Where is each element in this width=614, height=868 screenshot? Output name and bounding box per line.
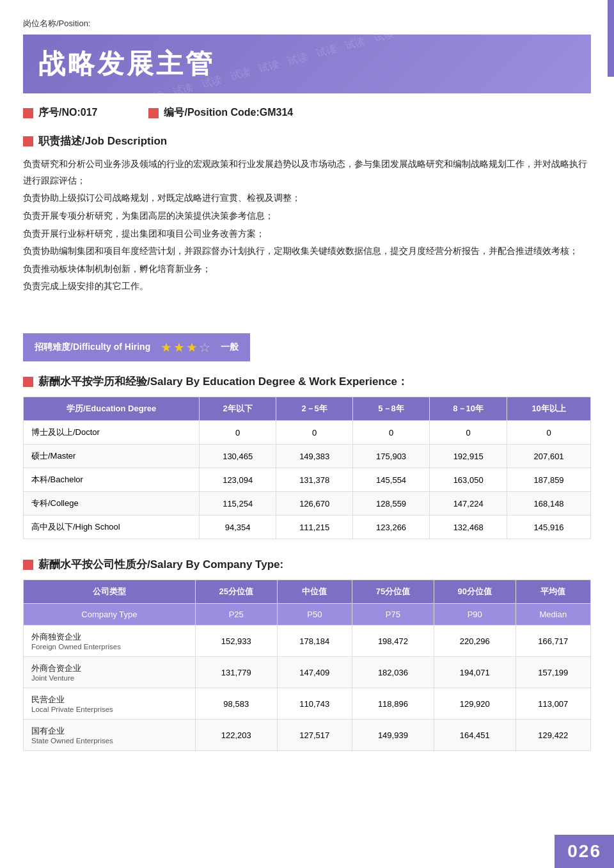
table-cell: 110,743 [277, 688, 352, 720]
salary-company-body: 外商独资企业Foreign Owned Enterprises152,93317… [24, 626, 591, 751]
table-row: 国有企业State Owned Enterprises122,203127,51… [24, 720, 591, 751]
no-item: 序号/NO:017 [23, 106, 97, 120]
salary-edu-table: 学历/Education Degree2年以下2－5年5－8年8－10年10年以… [23, 397, 591, 539]
table-cell: 157,199 [516, 657, 590, 688]
table-row: 高中及以下/High School94,354111,215123,266132… [24, 516, 591, 539]
table-cell: 147,409 [277, 657, 352, 688]
company-type-cell: 民营企业Local Private Enterprises [24, 688, 196, 720]
table-header: 5－8年 [353, 397, 430, 421]
table-cell: 130,465 [200, 445, 276, 468]
table-cell: 111,215 [276, 516, 353, 539]
code-item: 编号/Position Code:GM314 [148, 106, 293, 120]
job-desc-line: 负责开展专项分析研究，为集团高层的决策提供决策参考信息； [23, 208, 591, 225]
table-cell: 132,468 [430, 516, 507, 539]
table-cell: 163,050 [430, 468, 507, 492]
table-cell: 127,517 [277, 720, 352, 751]
table-cell: 118,896 [352, 688, 434, 720]
table-cell: 本科/Bachelor [24, 468, 200, 492]
company-name-sub: Joint Venture [31, 674, 187, 682]
job-desc-header: 职责描述/Job Description [23, 134, 591, 148]
table-cell: 129,920 [434, 688, 516, 720]
company-name-sub: Foreign Owned Enterprises [31, 643, 187, 651]
table-subheader: P90 [434, 604, 516, 626]
company-type-cell: 国有企业State Owned Enterprises [24, 720, 196, 751]
table-cell: 123,266 [353, 516, 430, 539]
job-description: 负责研究和分析公司业务涉及领域的行业的宏观政策和行业发展趋势以及市场动态，参与集… [23, 156, 591, 295]
table-row: 硕士/Master130,465149,383175,903192,915207… [24, 445, 591, 468]
job-desc-line: 负责推动板块体制机制创新，孵化培育新业务； [23, 261, 591, 278]
company-type-cell: 外商独资企业Foreign Owned Enterprises [24, 626, 196, 657]
table-header: 公司类型 [24, 580, 196, 604]
star-filled-icon: ★ [186, 340, 198, 355]
table-cell: 硕士/Master [24, 445, 200, 468]
table-cell: 115,254 [200, 492, 276, 516]
salary-edu-body: 博士及以上/Doctor00000硕士/Master130,465149,383… [24, 421, 591, 539]
table-row: 本科/Bachelor123,094131,378145,554163,0501… [24, 468, 591, 492]
table-cell: 113,007 [516, 688, 590, 720]
table-header: 10年以上 [507, 397, 591, 421]
job-desc-line: 负责完成上级安排的其它工作。 [23, 278, 591, 295]
table-row: 博士及以上/Doctor00000 [24, 421, 591, 445]
salary-company-icon [23, 560, 33, 570]
salary-edu-icon [23, 377, 33, 387]
job-desc-title: 职责描述/Job Description [38, 134, 167, 148]
company-name-main: 外商独资企业 [31, 631, 187, 643]
salary-edu-title: 薪酬水平按学历和经验/Salary By Education Degree & … [38, 374, 408, 389]
table-cell: 192,915 [430, 445, 507, 468]
table-cell: 高中及以下/High School [24, 516, 200, 539]
table-cell: 182,036 [352, 657, 434, 688]
table-cell: 194,071 [434, 657, 516, 688]
table-cell: 164,451 [434, 720, 516, 751]
table-cell: 博士及以上/Doctor [24, 421, 200, 445]
table-subheader: Company Type [24, 604, 196, 626]
salary-company-header: 薪酬水平按公司性质分/Salary By Company Type: [23, 557, 591, 572]
company-name-main: 民营企业 [31, 694, 187, 706]
table-cell: 152,933 [195, 626, 277, 657]
difficulty-section: 招聘难度/Difficulty of Hiring ★★★☆ 一般 [23, 333, 591, 361]
salary-edu-header-row: 学历/Education Degree2年以下2－5年5－8年8－10年10年以… [24, 397, 591, 421]
table-cell: 220,296 [434, 626, 516, 657]
table-cell: 0 [430, 421, 507, 445]
code-icon [148, 108, 159, 118]
table-cell: 178,184 [277, 626, 352, 657]
table-subheader: P75 [352, 604, 434, 626]
table-header: 平均值 [516, 580, 590, 604]
table-cell: 166,717 [516, 626, 590, 657]
table-cell: 0 [276, 421, 353, 445]
table-cell: 131,378 [276, 468, 353, 492]
table-cell: 专科/College [24, 492, 200, 516]
table-cell: 187,859 [507, 468, 591, 492]
code-label: 编号/Position Code:GM314 [164, 106, 293, 120]
table-cell: 98,583 [195, 688, 277, 720]
salary-company-table: 公司类型25分位值中位值75分位值90分位值平均值 Company TypeP2… [23, 580, 591, 751]
table-cell: 145,916 [507, 516, 591, 539]
job-desc-line: 负责协助编制集团和项目年度经营计划，并跟踪督办计划执行，定期收集关键绩效数据信息… [23, 243, 591, 260]
no-label: 序号/NO:017 [38, 106, 97, 120]
table-cell: 128,559 [353, 492, 430, 516]
difficulty-level: 一般 [221, 342, 239, 353]
job-desc-line: 负责开展行业标杆研究，提出集团和项目公司业务改善方案； [23, 226, 591, 242]
table-row: 外商合资企业Joint Venture131,779147,409182,036… [24, 657, 591, 688]
table-header: 25分位值 [195, 580, 277, 604]
salary-company-subheader-row: Company TypeP25P50P75P90Median [24, 604, 591, 626]
difficulty-bar: 招聘难度/Difficulty of Hiring ★★★☆ 一般 [23, 333, 250, 361]
table-header: 75分位值 [352, 580, 434, 604]
table-subheader: Median [516, 604, 590, 626]
table-cell: 147,224 [430, 492, 507, 516]
table-cell: 122,203 [195, 720, 277, 751]
job-desc-icon [23, 136, 33, 146]
table-row: 外商独资企业Foreign Owned Enterprises152,93317… [24, 626, 591, 657]
table-cell: 131,779 [195, 657, 277, 688]
stars-container: ★★★☆ [161, 340, 210, 355]
table-cell: 149,383 [276, 445, 353, 468]
company-name-main: 国有企业 [31, 725, 187, 737]
job-desc-line: 负责研究和分析公司业务涉及领域的行业的宏观政策和行业发展趋势以及市场动态，参与集… [23, 156, 591, 189]
table-cell: 129,422 [516, 720, 590, 751]
table-header: 90分位值 [434, 580, 516, 604]
table-cell: 145,554 [353, 468, 430, 492]
table-cell: 126,670 [276, 492, 353, 516]
star-filled-icon: ★ [173, 340, 185, 355]
no-icon [23, 108, 33, 118]
table-header: 8－10年 [430, 397, 507, 421]
table-header: 学历/Education Degree [24, 397, 200, 421]
